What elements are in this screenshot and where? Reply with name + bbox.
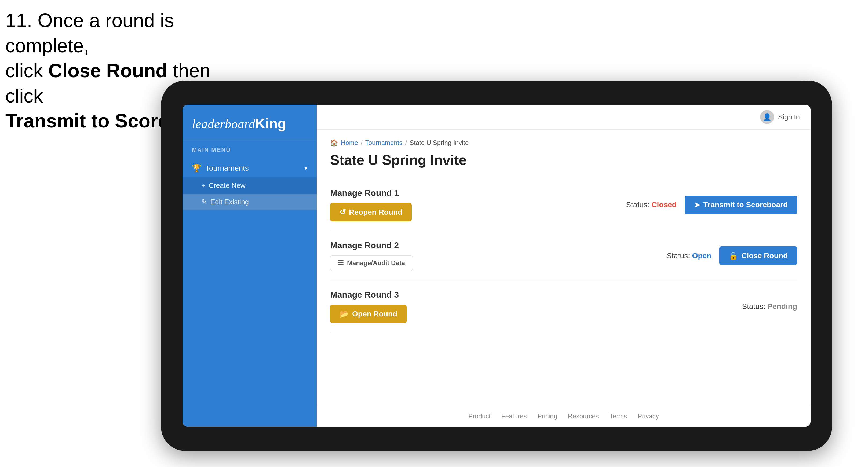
open-round-button[interactable]: 📂 Open Round [330, 305, 407, 323]
reopen-round-label: Reopen Round [349, 208, 402, 217]
instruction-line2: click [5, 60, 48, 81]
footer-terms[interactable]: Terms [610, 412, 627, 420]
round-3-section: Manage Round 3 📂 Open Round Status: Pend… [330, 280, 797, 333]
open-round-label: Open Round [352, 310, 397, 318]
round-1-title: Manage Round 1 [330, 188, 412, 198]
main-menu-label: MAIN MENU [183, 140, 317, 156]
footer-resources[interactable]: Resources [568, 412, 599, 420]
breadcrumb-tournaments[interactable]: Tournaments [365, 139, 403, 147]
breadcrumb-sep2: / [405, 139, 407, 147]
instruction-bold1: Close Round [48, 60, 167, 81]
round-3-title: Manage Round 3 [330, 290, 407, 300]
plus-icon: + [201, 181, 205, 190]
footer-pricing[interactable]: Pricing [537, 412, 557, 420]
sub-nav: + Create New ✎ Edit Existing [183, 178, 317, 210]
open-icon: 📂 [340, 309, 349, 318]
round-2-status-value: Open [692, 251, 712, 260]
round-2-status: Status: Open [667, 251, 712, 260]
manage-audit-label: Manage/Audit Data [347, 259, 405, 267]
tablet-screen: leaderboardKing MAIN MENU 🏆 Tournaments … [183, 105, 811, 427]
lock-icon: 🔒 [729, 251, 738, 260]
sidebar-nav: 🏆 Tournaments ▾ + Create New ✎ Edit Exis… [183, 156, 317, 213]
avatar: 👤 [760, 110, 774, 124]
edit-icon: ✎ [201, 198, 207, 206]
top-bar: 👤 Sign In [317, 105, 811, 130]
round-2-left: Manage Round 2 ☰ Manage/Audit Data [330, 241, 413, 271]
round-1-status: Status: Closed [626, 200, 676, 209]
round-1-right: Status: Closed ➤ Transmit to Scoreboard [626, 196, 797, 214]
sidebar-item-tournaments[interactable]: 🏆 Tournaments ▾ [183, 159, 317, 178]
home-icon: 🏠 [330, 139, 338, 147]
breadcrumb-current: State U Spring Invite [410, 139, 469, 147]
logo-king: King [255, 116, 286, 131]
sidebar-item-create-new[interactable]: + Create New [183, 178, 317, 194]
instruction-line1: 11. Once a round is complete, [5, 10, 174, 56]
transmit-scoreboard-label: Transmit to Scoreboard [704, 200, 788, 209]
close-round-button[interactable]: 🔒 Close Round [719, 246, 797, 265]
logo-area: leaderboardKing [183, 105, 317, 140]
round-3-left: Manage Round 3 📂 Open Round [330, 290, 407, 323]
page-title: State U Spring Invite [330, 152, 797, 168]
chevron-down-icon: ▾ [304, 165, 307, 172]
sign-in-label[interactable]: Sign In [778, 113, 800, 121]
breadcrumb: 🏠 Home / Tournaments / State U Spring In… [330, 139, 797, 147]
round-3-status: Status: Pending [742, 302, 797, 311]
reopen-round-button[interactable]: ↺ Reopen Round [330, 203, 412, 221]
breadcrumb-home[interactable]: Home [341, 139, 358, 147]
tablet-device: leaderboardKing MAIN MENU 🏆 Tournaments … [161, 81, 832, 451]
breadcrumb-sep1: / [361, 139, 363, 147]
app-layout: leaderboardKing MAIN MENU 🏆 Tournaments … [183, 105, 811, 427]
logo-leaderboard: leaderboard [192, 117, 255, 131]
audit-icon: ☰ [338, 259, 344, 267]
transmit-icon: ➤ [694, 200, 700, 209]
footer-product[interactable]: Product [468, 412, 491, 420]
footer-features[interactable]: Features [501, 412, 527, 420]
round-1-status-value: Closed [651, 200, 676, 209]
logo: leaderboardKing [192, 116, 307, 131]
manage-audit-button[interactable]: ☰ Manage/Audit Data [330, 255, 413, 271]
sign-in-area[interactable]: 👤 Sign In [760, 110, 800, 124]
round-3-status-label: Status: [742, 302, 766, 311]
round-1-left: Manage Round 1 ↺ Reopen Round [330, 188, 412, 221]
close-round-label: Close Round [741, 251, 788, 260]
round-1-section: Manage Round 1 ↺ Reopen Round Status: Cl… [330, 179, 797, 231]
round-3-status-value: Pending [768, 302, 797, 311]
sidebar: leaderboardKing MAIN MENU 🏆 Tournaments … [183, 105, 317, 427]
round-2-status-label: Status: [667, 251, 690, 260]
create-new-label: Create New [209, 181, 245, 190]
round-3-right: Status: Pending [742, 302, 797, 311]
main-content: 👤 Sign In 🏠 Home / Tournaments / State U… [317, 105, 811, 427]
round-1-status-label: Status: [626, 200, 649, 209]
content-area: 🏠 Home / Tournaments / State U Spring In… [317, 130, 811, 406]
sidebar-item-edit-existing[interactable]: ✎ Edit Existing [183, 194, 317, 210]
footer: Product Features Pricing Resources Terms… [317, 406, 811, 427]
round-2-section: Manage Round 2 ☰ Manage/Audit Data Statu… [330, 231, 797, 280]
tournaments-nav-label: Tournaments [205, 164, 300, 173]
round-2-right: Status: Open 🔒 Close Round [667, 246, 797, 265]
trophy-icon: 🏆 [192, 164, 201, 173]
edit-existing-label: Edit Existing [210, 198, 249, 206]
reopen-icon: ↺ [340, 208, 346, 217]
footer-privacy[interactable]: Privacy [638, 412, 659, 420]
round-2-title: Manage Round 2 [330, 241, 413, 250]
transmit-scoreboard-button[interactable]: ➤ Transmit to Scoreboard [685, 196, 797, 214]
